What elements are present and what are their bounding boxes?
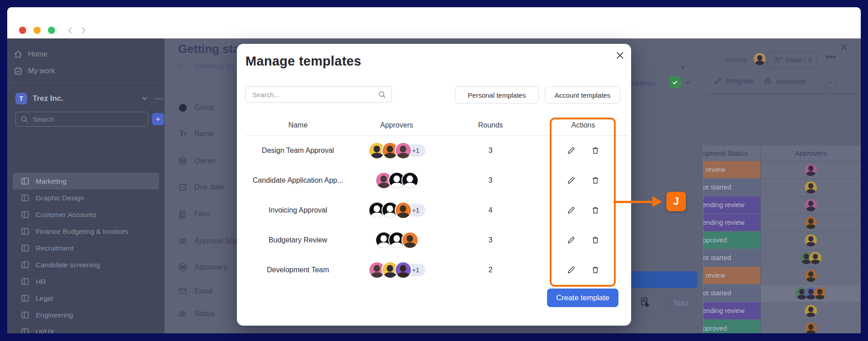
board-row[interactable]: Not started <box>703 249 861 267</box>
collapse-toolbar-icon[interactable] <box>824 76 836 89</box>
sidebar-item-board[interactable]: Engineering <box>13 307 159 323</box>
avatar[interactable] <box>805 270 817 282</box>
sidebar-item-my-work[interactable]: My work <box>14 64 55 78</box>
minimize-traffic-light[interactable] <box>33 27 41 34</box>
tab-account-templates[interactable]: Account templates <box>545 86 620 104</box>
workspace-avatar: T <box>15 93 27 104</box>
automate-label: Automate <box>776 77 806 85</box>
tab-personal-templates[interactable]: Personal templates <box>455 86 539 104</box>
column-approval-status[interactable]: Approval Status <box>703 149 747 157</box>
more-options-icon[interactable]: ••• <box>826 51 836 63</box>
field-email[interactable]: Email <box>178 285 212 297</box>
status-badge[interactable]: In review <box>703 161 760 178</box>
avatar[interactable] <box>805 322 817 334</box>
field-approvers[interactable]: Approvers <box>178 261 227 273</box>
field-label: Email <box>194 287 212 295</box>
start-button[interactable]: Start <box>664 294 698 313</box>
sidebar-item-board[interactable]: Recruitment <box>13 240 159 256</box>
field-approval-status[interactable]: Approval Stat <box>178 235 238 247</box>
automate-button[interactable]: Automate <box>764 77 806 85</box>
settings-checkbox[interactable] <box>669 76 681 88</box>
sidebar-item-home[interactable]: Home <box>14 47 47 61</box>
board-row[interactable]: Pending review <box>703 302 861 320</box>
sidebar-search-input[interactable] <box>32 115 124 123</box>
status-badge[interactable]: In review <box>703 267 760 284</box>
board-row[interactable]: Approved <box>703 232 861 250</box>
sidebar-item-board[interactable]: Marketing <box>13 173 159 189</box>
avatar[interactable] <box>809 252 821 264</box>
status-lines-icon <box>178 309 187 318</box>
avatar <box>395 142 412 159</box>
breadcrumb[interactable]: in → Marketing Bo <box>178 62 234 70</box>
board-row[interactable]: Pending review <box>703 196 861 214</box>
field-files[interactable]: Files <box>178 208 210 220</box>
avatar[interactable] <box>805 217 817 229</box>
template-name: Budgetary Review <box>269 225 327 255</box>
integrate-button[interactable]: Integrate <box>714 77 753 85</box>
avatar[interactable] <box>805 181 817 194</box>
board-row[interactable]: Not started <box>703 284 861 303</box>
status-badge[interactable]: Not started <box>703 179 760 196</box>
sidebar-item-board[interactable]: Candidate screening <box>13 256 159 273</box>
field-group[interactable]: Group <box>178 102 214 114</box>
invite-button[interactable]: Invite / 3 <box>768 51 817 68</box>
field-status[interactable]: Status <box>178 308 215 320</box>
activity-label[interactable]: Activity <box>725 56 747 64</box>
status-badge[interactable]: Pending review <box>703 214 760 231</box>
header-rounds: Rounds <box>443 115 538 135</box>
doc-cursor-icon[interactable] <box>640 296 651 308</box>
status-badge[interactable]: Pending review <box>703 196 760 213</box>
board-row[interactable]: Not started <box>703 179 861 197</box>
avatar[interactable] <box>814 287 826 299</box>
sidebar-item-board[interactable]: Graphic Design <box>13 189 159 206</box>
create-template-button[interactable]: Create template <box>547 289 618 307</box>
files-icon <box>178 209 187 218</box>
board-row[interactable]: In review <box>703 267 861 285</box>
field-label: Status <box>194 310 215 318</box>
automate-icon <box>764 77 772 85</box>
sidebar-item-board[interactable]: HR <box>13 273 159 290</box>
board-label: Engineering <box>36 311 73 319</box>
sidebar-item-board[interactable]: UI/UX <box>13 323 159 333</box>
add-board-button[interactable]: + <box>152 113 164 125</box>
sidebar-item-board[interactable]: Customer Accounts <box>13 206 159 223</box>
avatar[interactable] <box>805 164 817 176</box>
owner-icon <box>178 156 187 166</box>
board-row[interactable]: Approved <box>703 320 861 333</box>
annotation-arrow <box>613 201 653 203</box>
sidebar-item-board[interactable]: Legal <box>13 290 159 307</box>
field-owner[interactable]: Owner <box>178 155 216 167</box>
status-badge[interactable]: Not started <box>703 249 760 266</box>
activity-avatar[interactable] <box>754 53 766 65</box>
field-due-date[interactable]: 17 Due date <box>178 181 224 193</box>
settings-label[interactable]: Settings <box>631 79 656 87</box>
forward-icon[interactable] <box>79 26 88 35</box>
avatar[interactable] <box>805 199 817 211</box>
close-icon[interactable] <box>614 49 626 61</box>
status-badge[interactable]: Not started <box>703 284 760 302</box>
status-badge[interactable]: Approved <box>703 320 760 333</box>
chevron-down-icon[interactable] <box>684 79 691 86</box>
close-panel-icon[interactable] <box>840 43 848 52</box>
workspace-menu-icon[interactable]: ⋯ <box>155 94 163 104</box>
board-table: Approval Status Approvers In review Not … <box>703 146 861 333</box>
template-search-input[interactable] <box>251 90 374 99</box>
close-traffic-light[interactable] <box>19 27 26 34</box>
board-label: Legal <box>36 294 53 303</box>
maximize-traffic-light[interactable] <box>48 27 55 34</box>
workspace-switcher[interactable]: T Trez Inc. <box>15 92 63 105</box>
avatar[interactable] <box>805 305 817 317</box>
status-badge[interactable]: Approved <box>703 232 760 249</box>
sidebar-item-board[interactable]: Finance Budgeting & Invoices <box>13 223 159 240</box>
add-tab-icon[interactable]: + <box>680 62 685 73</box>
board-row[interactable]: Pending review <box>703 214 861 232</box>
board-label: UI/UX <box>36 328 54 334</box>
field-name[interactable]: TT Name <box>178 128 214 140</box>
chevron-down-icon[interactable] <box>141 95 148 102</box>
column-approvers[interactable]: Approvers <box>760 149 861 157</box>
avatar[interactable] <box>805 234 817 246</box>
board-icon <box>21 311 29 319</box>
status-badge[interactable]: Pending review <box>703 302 760 319</box>
board-row[interactable]: In review <box>703 161 861 179</box>
back-icon[interactable] <box>66 26 75 35</box>
